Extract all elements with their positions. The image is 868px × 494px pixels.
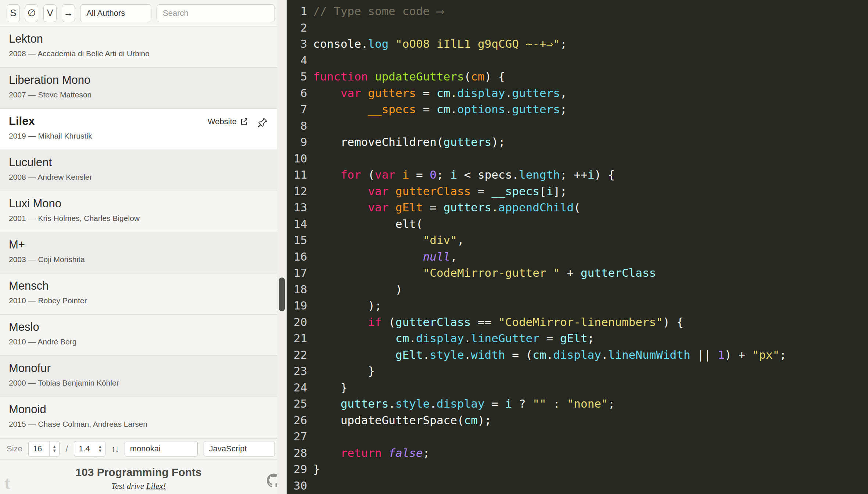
- code-line[interactable]: 16 null,: [287, 248, 868, 265]
- code-line[interactable]: 2: [287, 19, 868, 36]
- font-list-item[interactable]: Monoid 2015 — Chase Colman, Andreas Lars…: [0, 397, 277, 438]
- code-line[interactable]: 9 removeChildren(gutters);: [287, 134, 868, 150]
- font-name: Luculent: [9, 156, 268, 169]
- line-number: 27: [287, 428, 307, 445]
- line-number: 8: [287, 118, 307, 134]
- font-meta: 2019 — Mikhail Khrustik: [9, 132, 92, 140]
- external-link-icon: [240, 117, 248, 126]
- website-link[interactable]: Website: [208, 117, 248, 126]
- twitter-icon[interactable]: t: [4, 474, 10, 492]
- style-filter-button[interactable]: S: [7, 4, 20, 22]
- spinner-down-icon[interactable]: ▼: [98, 449, 102, 453]
- code-line[interactable]: 12 var gutterClass = __specs[i];: [287, 183, 868, 200]
- font-list-item[interactable]: Mensch 2010 — Robey Pointer: [0, 273, 277, 315]
- line-height-spinner[interactable]: ▲ ▼: [95, 441, 105, 456]
- search-input[interactable]: [157, 4, 275, 22]
- font-name: Liberation Mono: [9, 74, 268, 87]
- font-meta: 2010 — Robey Pointer: [9, 296, 268, 305]
- code-line[interactable]: 22 gElt.style.width = (cm.display.lineNu…: [287, 347, 868, 363]
- code-line[interactable]: 6 var gutters = cm.display.gutters,: [287, 85, 868, 101]
- font-meta: 2010 — André Berg: [9, 337, 268, 346]
- font-list-item[interactable]: Monofur 2000 — Tobias Benjamin Köhler: [0, 356, 277, 397]
- line-height-input[interactable]: [74, 441, 95, 456]
- font-list-item[interactable]: Lekton 2008 — Accademia di Belle Arti di…: [0, 26, 277, 68]
- slashed-zero-filter-button[interactable]: ∅: [25, 4, 38, 22]
- theme-select[interactable]: monokai: [125, 441, 198, 457]
- code-line[interactable]: 18 ): [287, 281, 868, 298]
- pin-icon[interactable]: [257, 117, 268, 129]
- line-number: 24: [287, 379, 307, 396]
- test-drive-link[interactable]: Lilex!: [146, 482, 166, 491]
- code-line[interactable]: 21 cm.display.lineGutter = gElt;: [287, 330, 868, 347]
- line-number: 15: [287, 232, 307, 248]
- code-line[interactable]: 15 "div",: [287, 232, 868, 248]
- code-line[interactable]: 27: [287, 428, 868, 445]
- font-list-item[interactable]: Luculent 2008 — Andrew Kensler: [0, 150, 277, 191]
- font-name: Monofur: [9, 362, 268, 375]
- font-meta: 2000 — Tobias Benjamin Köhler: [9, 379, 268, 387]
- code-line[interactable]: 28 return false;: [287, 445, 868, 461]
- programming-fonts-app: S ∅ V → All Authors Lekton 2008 — Accade…: [0, 0, 868, 494]
- authors-filter-select[interactable]: All Authors: [80, 4, 151, 22]
- font-name: M+: [9, 238, 268, 251]
- code-line[interactable]: 1// Type some code ⟶: [287, 3, 868, 19]
- filter-toolbar: S ∅ V → All Authors: [0, 0, 287, 26]
- code-line[interactable]: 30: [287, 477, 868, 494]
- line-number: 9: [287, 134, 307, 150]
- code-line[interactable]: 11 for (var i = 0; i < specs.length; ++i…: [287, 167, 868, 183]
- font-size-stepper[interactable]: ▲ ▼: [28, 441, 60, 457]
- code-line[interactable]: 13 var gElt = gutters.appendChild(: [287, 199, 868, 216]
- code-line[interactable]: 29}: [287, 461, 868, 477]
- sidebar-scrollbar-thumb[interactable]: [279, 278, 285, 311]
- font-list-item[interactable]: Luxi Mono 2001 — Kris Holmes, Charles Bi…: [0, 191, 277, 232]
- code-line[interactable]: 26 updateGutterSpace(cm);: [287, 412, 868, 429]
- font-list-item[interactable]: Liberation Mono 2007 — Steve Matteson: [0, 68, 277, 109]
- code-line[interactable]: 24 }: [287, 379, 868, 396]
- v-filter-button[interactable]: V: [43, 4, 57, 22]
- font-size-spinner[interactable]: ▲ ▼: [49, 441, 60, 456]
- line-number: 25: [287, 395, 307, 412]
- font-list: Lekton 2008 — Accademia di Belle Arti di…: [0, 26, 287, 438]
- code-line[interactable]: 17 "CodeMirror-gutter " + gutterClass: [287, 265, 868, 281]
- line-number: 16: [287, 248, 307, 265]
- code-line[interactable]: 8: [287, 118, 868, 134]
- code-line[interactable]: 7 __specs = cm.options.gutters;: [287, 101, 868, 118]
- font-list-item[interactable]: M+ 2003 — Coji Morishita: [0, 232, 277, 273]
- font-list-item[interactable]: Meslo 2010 — André Berg: [0, 315, 277, 356]
- font-meta: 2001 — Kris Holmes, Charles Bigelow: [9, 214, 268, 223]
- website-link-label: Website: [208, 117, 237, 126]
- test-drive-line: Test drive Lilex!: [0, 482, 277, 491]
- font-meta: 2015 — Chase Colman, Andreas Larsen: [9, 420, 268, 429]
- line-number: 5: [287, 68, 307, 85]
- font-name: Meslo: [9, 321, 268, 334]
- line-number: 26: [287, 412, 307, 429]
- font-name: Mensch: [9, 279, 268, 293]
- line-number: 21: [287, 330, 307, 347]
- line-number: 6: [287, 85, 307, 101]
- spinner-down-icon[interactable]: ▼: [52, 449, 57, 453]
- code-line[interactable]: 25 gutters.style.display = i ? "" : "non…: [287, 395, 868, 412]
- font-size-input[interactable]: [29, 441, 49, 456]
- font-list-item-selected[interactable]: Lilex 2019 — Mikhail Khrustik Website: [0, 109, 277, 150]
- size-label: Size: [7, 444, 22, 454]
- code-editor[interactable]: 1// Type some code ⟶23console.log "oO08 …: [287, 0, 868, 494]
- font-name: Luxi Mono: [9, 197, 268, 210]
- code-line[interactable]: 4: [287, 52, 868, 69]
- line-number: 20: [287, 314, 307, 330]
- code-line[interactable]: 3console.log "oO08 iIlL1 g9qCGQ ~-+⇒";: [287, 36, 868, 52]
- code-line[interactable]: 23 }: [287, 363, 868, 379]
- line-number: 7: [287, 101, 307, 118]
- ligatures-filter-button[interactable]: →: [62, 4, 75, 22]
- line-height-stepper[interactable]: ▲ ▼: [74, 441, 105, 457]
- code-line[interactable]: 14 elt(: [287, 216, 868, 232]
- line-number: 2: [287, 19, 307, 36]
- line-number: 23: [287, 363, 307, 379]
- sidebar-scrollbar-track[interactable]: [277, 0, 287, 494]
- updown-arrows-icon[interactable]: ↑↓: [111, 444, 119, 454]
- code-line[interactable]: 10: [287, 150, 868, 167]
- font-name: Lekton: [9, 32, 268, 46]
- code-line[interactable]: 5function updateGutters(cm) {: [287, 68, 868, 85]
- code-line[interactable]: 20 if (gutterClass == "CodeMirror-linenu…: [287, 314, 868, 330]
- language-select[interactable]: JavaScript: [204, 441, 275, 457]
- code-line[interactable]: 19 );: [287, 297, 868, 314]
